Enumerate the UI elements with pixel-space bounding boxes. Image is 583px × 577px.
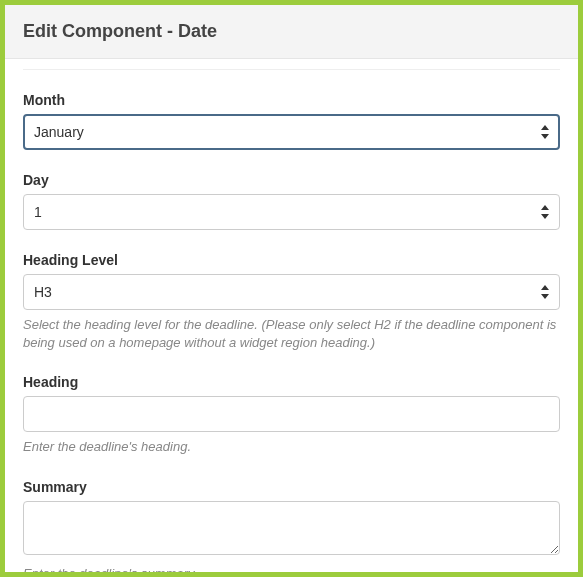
dialog-header: Edit Component - Date: [5, 5, 578, 59]
label-heading: Heading: [23, 374, 560, 390]
heading-level-select[interactable]: H3: [23, 274, 560, 310]
field-heading-level: Heading Level H3 Select the heading leve…: [23, 252, 560, 352]
label-heading-level: Heading Level: [23, 252, 560, 268]
divider: [23, 69, 560, 70]
dialog-body: Month January Day 1 Head: [5, 59, 578, 572]
dialog-edit-component: Edit Component - Date Month January Day …: [0, 0, 583, 577]
label-month: Month: [23, 92, 560, 108]
day-select[interactable]: 1: [23, 194, 560, 230]
select-wrap-month: January: [23, 114, 560, 150]
field-month: Month January: [23, 92, 560, 150]
field-day: Day 1: [23, 172, 560, 230]
heading-input[interactable]: [23, 396, 560, 432]
help-heading-level: Select the heading level for the deadlin…: [23, 316, 560, 352]
select-wrap-day: 1: [23, 194, 560, 230]
help-summary: Enter the deadline's summary: [23, 565, 560, 572]
summary-textarea[interactable]: [23, 501, 560, 555]
month-select[interactable]: January: [23, 114, 560, 150]
dialog-title: Edit Component - Date: [23, 21, 560, 42]
field-summary: Summary Enter the deadline's summary: [23, 479, 560, 572]
help-heading: Enter the deadline's heading.: [23, 438, 560, 456]
field-heading: Heading Enter the deadline's heading.: [23, 374, 560, 456]
select-wrap-heading-level: H3: [23, 274, 560, 310]
label-day: Day: [23, 172, 560, 188]
label-summary: Summary: [23, 479, 560, 495]
